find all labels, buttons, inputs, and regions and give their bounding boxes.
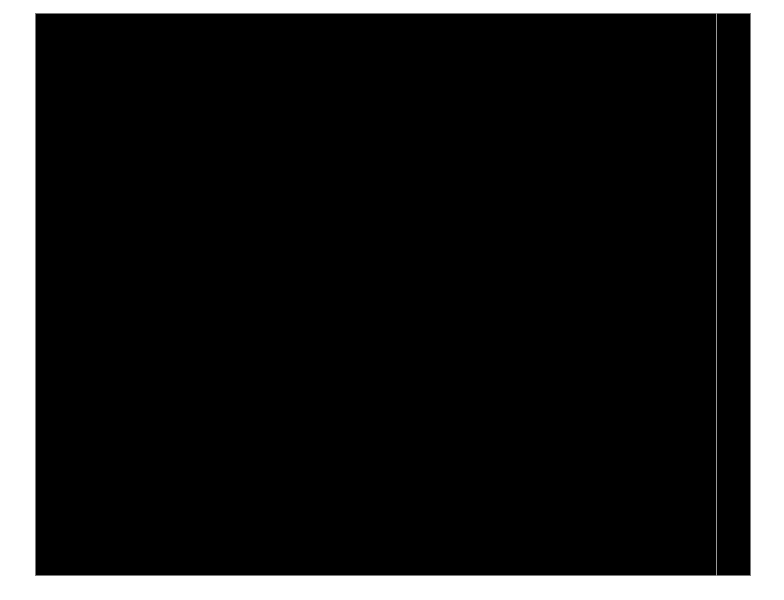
price-axis-separator	[716, 13, 717, 576]
mt4-chart-window	[0, 0, 784, 600]
price-chart	[0, 0, 784, 600]
